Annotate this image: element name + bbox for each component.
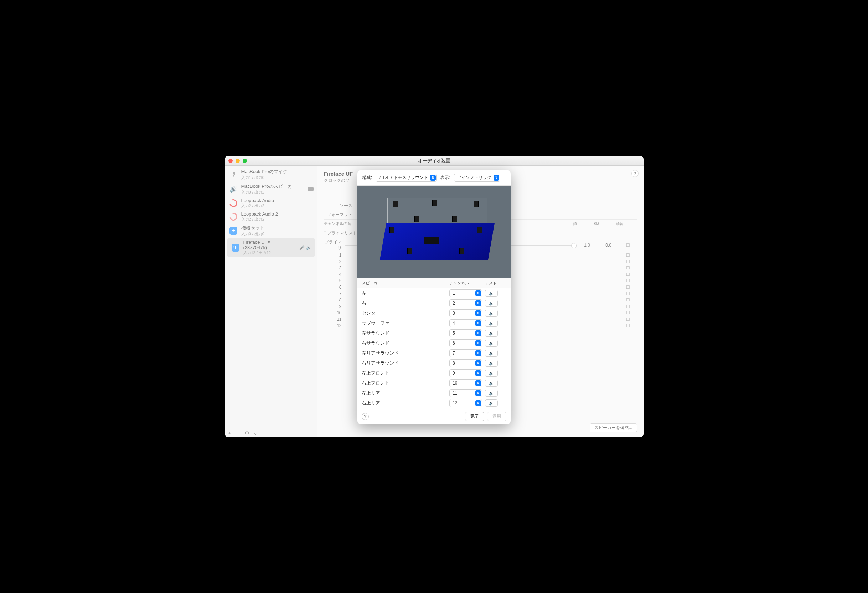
speaker-name: 右サラウンド <box>362 340 449 346</box>
speaker-row: 右サラウンド6⇅🔈 <box>357 338 511 348</box>
channel-popup[interactable]: 2⇅ <box>449 299 482 307</box>
speaker-icon <box>432 200 437 206</box>
config-popup[interactable]: 7.1.4 アトモスサラウンド ⇅ <box>376 173 437 182</box>
speaker-row: 左上リア11⇅🔈 <box>357 388 511 398</box>
config-value: 7.1.4 アトモスサラウンド <box>379 174 428 181</box>
col-speaker: スピーカー <box>362 281 449 286</box>
channel-popup[interactable]: 12⇅ <box>449 399 482 407</box>
test-speaker-button[interactable]: 🔈 <box>485 319 498 327</box>
col-channel: チャンネル <box>449 281 485 286</box>
speaker-name: 左 <box>362 290 449 297</box>
channel-value: 5 <box>453 331 455 336</box>
test-speaker-button[interactable]: 🔈 <box>485 300 498 307</box>
speaker-icon <box>407 248 412 254</box>
speaker-table-body: 左1⇅🔈右2⇅🔈センター3⇅🔈サブウーファー4⇅🔈左サラウンド5⇅🔈右サラウンド… <box>357 288 511 408</box>
speaker-row: センター3⇅🔈 <box>357 308 511 318</box>
speaker-name: サブウーファー <box>362 320 449 327</box>
speaker-name: 右リアサラウンド <box>362 360 449 366</box>
updown-icon: ⇅ <box>475 380 481 386</box>
dialog-toolbar: 構成: 7.1.4 アトモスサラウンド ⇅ 表示: アイソメトリック ⇅ <box>357 170 511 186</box>
titlebar: オーディオ装置 <box>225 156 644 166</box>
channel-popup[interactable]: 11⇅ <box>449 389 482 397</box>
test-speaker-button[interactable]: 🔈 <box>485 380 498 387</box>
view-label: 表示: <box>440 174 450 181</box>
updown-icon: ⇅ <box>475 350 481 356</box>
channel-popup[interactable]: 4⇅ <box>449 319 482 327</box>
channel-popup[interactable]: 8⇅ <box>449 359 482 367</box>
channel-value: 7 <box>453 350 455 356</box>
channel-value: 12 <box>453 401 457 405</box>
help-button[interactable]: ? <box>362 413 369 420</box>
channel-popup[interactable]: 1⇅ <box>449 289 482 297</box>
updown-icon: ⇅ <box>475 360 481 366</box>
channel-value: 4 <box>453 321 455 326</box>
channel-value: 6 <box>453 341 455 346</box>
channel-popup[interactable]: 5⇅ <box>449 329 482 337</box>
speaker-icon <box>452 216 457 222</box>
updown-icon: ⇅ <box>493 175 499 181</box>
updown-icon: ⇅ <box>475 320 481 326</box>
test-speaker-button[interactable]: 🔈 <box>485 350 498 357</box>
channel-value: 3 <box>453 311 455 316</box>
speaker-name: 左リアサラウンド <box>362 350 449 356</box>
speaker-name: 右 <box>362 300 449 306</box>
speaker-row: 左サラウンド5⇅🔈 <box>357 328 511 338</box>
speaker-row: 左リアサラウンド7⇅🔈 <box>357 348 511 358</box>
speaker-name: 左上フロント <box>362 370 449 376</box>
test-speaker-button[interactable]: 🔈 <box>485 359 498 367</box>
speaker-row: 右上リア12⇅🔈 <box>357 398 511 408</box>
speaker-row: 右リアサラウンド8⇅🔈 <box>357 358 511 368</box>
speaker-icon <box>415 216 419 222</box>
col-test: テスト <box>485 281 506 286</box>
test-speaker-button[interactable]: 🔈 <box>485 290 498 297</box>
updown-icon: ⇅ <box>475 300 481 306</box>
speaker-row: 左上フロント9⇅🔈 <box>357 368 511 378</box>
done-button[interactable]: 完了 <box>465 412 484 421</box>
channel-value: 1 <box>453 291 455 296</box>
updown-icon: ⇅ <box>475 340 481 346</box>
audio-midi-window: オーディオ装置 🎙MacBook Proのマイク入力1 / 出力0🔊MacBoo… <box>225 156 644 437</box>
test-speaker-button[interactable]: 🔈 <box>485 389 498 396</box>
speaker-icon <box>474 201 478 207</box>
test-speaker-button[interactable]: 🔈 <box>485 370 498 377</box>
channel-value: 2 <box>453 301 455 306</box>
test-speaker-button[interactable]: 🔈 <box>485 340 498 347</box>
dialog-footer: ? 完了 適用 <box>357 408 511 424</box>
speaker-row: 右2⇅🔈 <box>357 298 511 308</box>
channel-value: 11 <box>453 390 457 396</box>
test-speaker-button[interactable]: 🔈 <box>485 310 498 317</box>
updown-icon: ⇅ <box>475 290 481 296</box>
channel-value: 8 <box>453 361 455 366</box>
room-3d-view[interactable] <box>357 186 511 278</box>
speaker-icon <box>393 201 398 207</box>
channel-popup[interactable]: 9⇅ <box>449 369 482 377</box>
updown-icon: ⇅ <box>475 390 481 396</box>
speaker-icon <box>477 227 482 233</box>
test-speaker-button[interactable]: 🔈 <box>485 399 498 407</box>
channel-popup[interactable]: 10⇅ <box>449 379 482 387</box>
view-value: アイソメトリック <box>457 174 492 181</box>
channel-popup[interactable]: 6⇅ <box>449 339 482 347</box>
channel-popup[interactable]: 3⇅ <box>449 309 482 317</box>
view-popup[interactable]: アイソメトリック ⇅ <box>454 173 500 182</box>
updown-icon: ⇅ <box>430 175 436 181</box>
channel-value: 10 <box>453 381 457 386</box>
speaker-row: サブウーファー4⇅🔈 <box>357 318 511 328</box>
speaker-name: 左上リア <box>362 390 449 396</box>
channel-value: 9 <box>453 371 455 376</box>
speaker-icon <box>459 248 464 254</box>
speaker-name: センター <box>362 310 449 316</box>
speaker-row: 左1⇅🔈 <box>357 288 511 298</box>
apply-button[interactable]: 適用 <box>487 412 506 421</box>
speaker-icon <box>390 227 394 233</box>
updown-icon: ⇅ <box>475 330 481 336</box>
updown-icon: ⇅ <box>475 311 481 316</box>
speaker-name: 右上フロント <box>362 380 449 386</box>
speaker-config-dialog: 構成: 7.1.4 アトモスサラウンド ⇅ 表示: アイソメトリック ⇅ <box>357 170 511 424</box>
test-speaker-button[interactable]: 🔈 <box>485 330 498 337</box>
speaker-name: 右上リア <box>362 400 449 406</box>
updown-icon: ⇅ <box>475 400 481 406</box>
updown-icon: ⇅ <box>475 370 481 376</box>
channel-popup[interactable]: 7⇅ <box>449 349 482 357</box>
speaker-name: 左サラウンド <box>362 330 449 336</box>
